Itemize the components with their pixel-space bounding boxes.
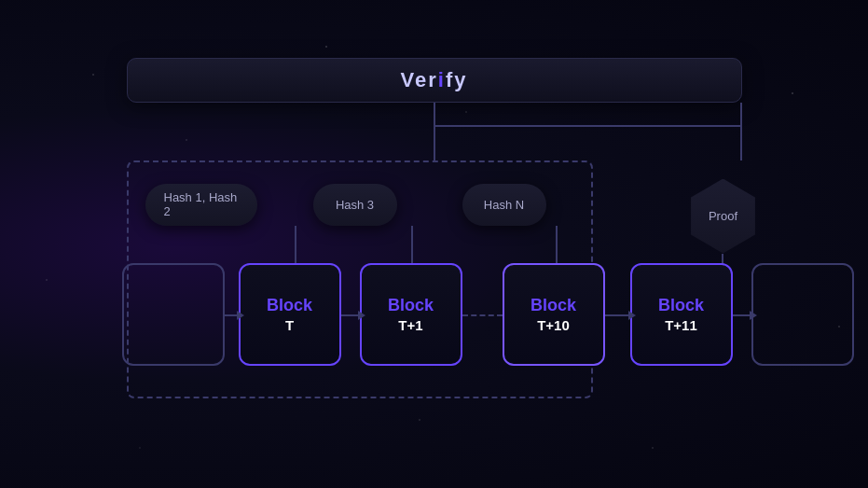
- arrow-t-to-t1: [341, 314, 360, 316]
- arrow-t10-to-t11: [605, 314, 630, 316]
- verify-proof-line: [740, 103, 742, 160]
- arrowhead-3: [628, 311, 636, 320]
- verify-horizontal-line: [434, 125, 742, 127]
- arrowhead-4: [750, 311, 757, 320]
- verify-center-line: [434, 103, 435, 160]
- hash-node-3: Hash 3: [313, 184, 397, 226]
- block-left: [122, 263, 225, 366]
- arrowhead-1: [358, 311, 365, 320]
- block-t10: Block T+10: [503, 263, 605, 366]
- block-right: [751, 263, 854, 366]
- block-t11: Block T+11: [630, 263, 733, 366]
- block-t: Block T: [239, 263, 341, 366]
- proof-hex: Proof: [686, 179, 761, 254]
- arrow-t11-to-right: [733, 314, 751, 316]
- block-t1: Block T+1: [360, 263, 462, 366]
- proof-node: Proof: [686, 179, 761, 254]
- hash1-to-block-line: [295, 226, 296, 263]
- diagram-container: Verify Hash 1, Hash 2 Hash 3 Hash N Proo…: [80, 58, 789, 431]
- arrowhead-0: [237, 311, 244, 320]
- verify-bar: Verify: [127, 58, 742, 103]
- hash-node-n: Hash N: [462, 184, 546, 226]
- hash-node-1-2: Hash 1, Hash 2: [145, 184, 257, 226]
- hash2-to-block-line: [411, 226, 413, 263]
- arrow-dashed-t1-t10: [462, 314, 503, 316]
- hashn-to-block-line: [556, 226, 558, 263]
- verify-label: Verify: [401, 68, 468, 92]
